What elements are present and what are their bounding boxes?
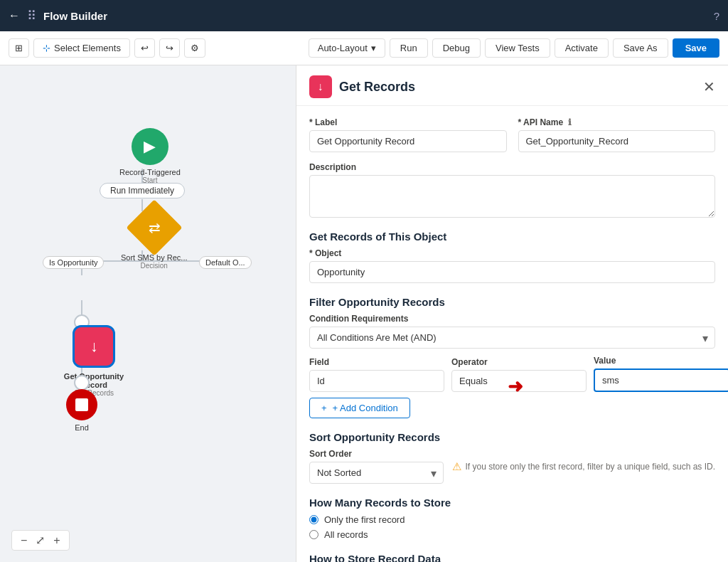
condition-requirements-select[interactable]: All Conditions Are Met (AND): [309, 327, 715, 349]
sort-warning: ⚠ If you store only the first record, fi…: [452, 460, 716, 473]
condition-requirements-group: Condition Requirements All Conditions Ar…: [309, 314, 715, 349]
redo-icon: ↪: [166, 43, 173, 53]
label-group: * Label: [309, 117, 507, 152]
get-records-node-label: Get Opportunity Record: [58, 372, 129, 389]
store-data-title: How to Store Record Data: [309, 553, 715, 562]
nav-dots-icon: ⠿: [27, 8, 36, 23]
default-label: Default O...: [199, 256, 252, 269]
description-label: Description: [309, 162, 715, 172]
condition-row-container: Field Operator Value 🗑: [309, 356, 715, 392]
store-all-label: All records: [324, 529, 368, 540]
store-count-section: How Many Records to Store Only the first…: [309, 494, 715, 540]
trigger-node[interactable]: ▶ Record-Triggered Start: [119, 128, 181, 184]
end-node-label: End: [75, 423, 89, 432]
store-first-label: Only the first record: [324, 514, 405, 525]
label-input[interactable]: [309, 130, 507, 152]
sort-order-group: Sort Order Not Sorted: [309, 449, 444, 484]
get-records-node[interactable]: ↓ Get Opportunity Record Get Records: [58, 325, 129, 397]
store-first-radio[interactable]: [309, 515, 318, 524]
panel-close-button[interactable]: ✕: [703, 78, 715, 95]
filter-section: Filter Opportunity Records Condition Req…: [309, 293, 715, 418]
get-records-section-title: Get Records of This Object: [309, 230, 715, 243]
store-count-options: Only the first record All records: [309, 514, 715, 540]
object-input[interactable]: [309, 261, 715, 283]
api-name-group: * API Name ℹ: [518, 117, 716, 152]
redo-button[interactable]: ↪: [159, 38, 180, 58]
decision-node-sublabel: Decision: [141, 262, 168, 270]
condition-requirements-label: Condition Requirements: [309, 314, 715, 324]
condition-requirements-select-wrapper: All Conditions Are Met (AND): [309, 327, 715, 349]
value-group: Value: [594, 356, 728, 392]
undo-icon: ↩: [141, 43, 149, 53]
store-count-title: How Many Records to Store: [309, 497, 715, 509]
view-tests-button[interactable]: View Tests: [485, 38, 550, 58]
run-button[interactable]: Run: [390, 38, 428, 58]
settings-icon: ⚙: [191, 43, 199, 53]
value-input[interactable]: [594, 369, 728, 392]
add-condition-plus-icon: +: [321, 403, 327, 413]
toolbar: ⊞ ⊹ Select Elements ↩ ↪ ⚙ Auto-Layout ▾ …: [0, 31, 728, 65]
run-immediately-node[interactable]: Run Immediately: [100, 183, 185, 198]
sort-warning-text: If you store only the first record, filt…: [466, 462, 716, 472]
panel-body: * Label * API Name ℹ Description Get: [296, 106, 728, 562]
warning-icon: ⚠: [452, 460, 461, 473]
auto-layout-dropdown-icon: ▾: [371, 43, 376, 53]
main-area: ▶ Record-Triggered Start Run Immediately…: [0, 65, 728, 562]
api-name-label: * API Name ℹ: [518, 117, 716, 127]
label-apiname-row: * Label * API Name ℹ: [309, 117, 715, 152]
save-button[interactable]: Save: [673, 38, 719, 58]
panel-icon: ↓: [309, 75, 332, 98]
description-textarea[interactable]: [309, 175, 715, 218]
object-label: * Object: [309, 248, 715, 258]
toggle-icon: ⊞: [15, 43, 23, 53]
api-name-input[interactable]: [518, 130, 716, 152]
select-elements-button[interactable]: ⊹ Select Elements: [33, 38, 130, 58]
zoom-out-button[interactable]: −: [18, 534, 30, 547]
zoom-controls: − ⤢ +: [11, 530, 70, 551]
api-name-info-icon[interactable]: ℹ: [568, 117, 572, 127]
label-field-label: * Label: [309, 117, 507, 127]
filter-section-title: Filter Opportunity Records: [309, 296, 715, 308]
save-as-button[interactable]: Save As: [613, 38, 668, 58]
zoom-fit-button[interactable]: ⤢: [33, 534, 48, 547]
operator-input[interactable]: [451, 370, 587, 392]
zoom-in-button[interactable]: +: [50, 534, 63, 547]
trigger-node-label: Record-Triggered: [119, 168, 181, 176]
back-button[interactable]: ←: [9, 9, 20, 22]
toggle-canvas-button[interactable]: ⊞: [9, 38, 29, 58]
undo-button[interactable]: ↩: [134, 38, 155, 58]
debug-button[interactable]: Debug: [432, 38, 481, 58]
store-all-radio[interactable]: [309, 530, 318, 539]
value-label: Value: [594, 356, 728, 366]
decision-node[interactable]: ⇄ Sort SMS by Rec... Decision: [121, 208, 188, 270]
add-condition-button[interactable]: + + Add Condition: [309, 398, 410, 418]
operator-label: Operator: [451, 357, 587, 367]
description-group: Description: [309, 162, 715, 218]
sort-section: Sort Opportunity Records Sort Order Not …: [309, 428, 715, 484]
settings-button[interactable]: ⚙: [184, 38, 205, 58]
field-group: Field: [309, 357, 444, 392]
object-group: * Object: [309, 248, 715, 283]
connector-circle-2: [74, 375, 90, 391]
store-all-records-option[interactable]: All records: [309, 529, 715, 540]
filter-row-1: Field Operator Value 🗑: [309, 356, 715, 392]
sort-row: Sort Order Not Sorted ⚠ If you store onl…: [309, 449, 715, 484]
store-first-record-option[interactable]: Only the first record: [309, 514, 715, 525]
auto-layout-button[interactable]: Auto-Layout ▾: [309, 38, 385, 58]
back-icon: ←: [9, 9, 20, 22]
operator-group: Operator: [451, 357, 587, 392]
sort-order-label: Sort Order: [309, 449, 444, 459]
sort-order-select[interactable]: Not Sorted: [309, 462, 444, 484]
store-data-section: How to Store Record Data Automatically s…: [309, 550, 715, 562]
top-nav: ← ⠿ Flow Builder ?: [0, 0, 728, 31]
sort-section-title: Sort Opportunity Records: [309, 431, 715, 443]
get-records-section: Get Records of This Object * Object: [309, 228, 715, 283]
flow-canvas[interactable]: ▶ Record-Triggered Start Run Immediately…: [0, 65, 296, 562]
help-icon[interactable]: ?: [714, 10, 719, 22]
field-input[interactable]: [309, 370, 444, 392]
sort-order-select-wrapper: Not Sorted: [309, 462, 444, 484]
end-node[interactable]: End: [66, 389, 97, 432]
nav-title: Flow Builder: [43, 10, 707, 22]
right-panel: ↓ Get Records ✕ * Label * API Name ℹ: [296, 65, 728, 562]
activate-button[interactable]: Activate: [555, 38, 609, 58]
